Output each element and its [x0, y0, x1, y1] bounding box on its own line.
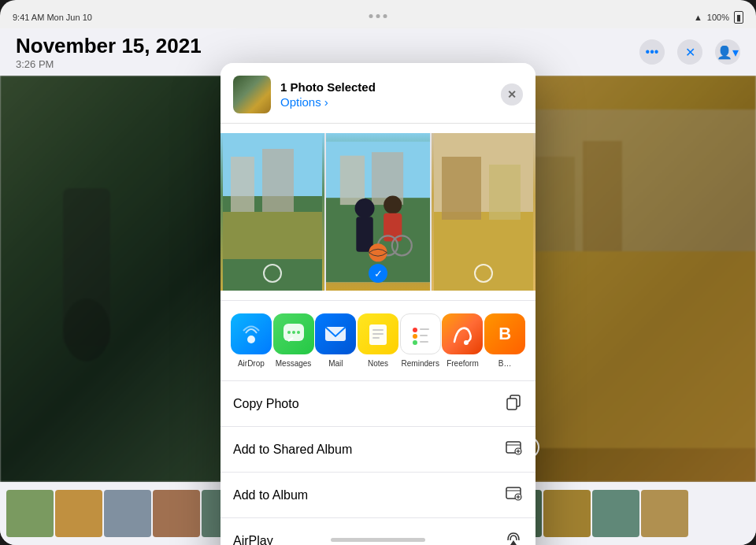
film-thumb-1[interactable] — [6, 490, 54, 537]
share-title: 1 Photo Selected — [280, 80, 491, 94]
battery-icon: ▮ — [734, 11, 743, 24]
film-thumb-4[interactable] — [153, 490, 200, 537]
svg-rect-35 — [340, 156, 365, 205]
svg-rect-57 — [372, 337, 380, 339]
messages-app-item[interactable]: Messages — [272, 313, 315, 368]
people-button[interactable]: 👤▾ — [715, 39, 740, 65]
svg-point-64 — [464, 340, 469, 345]
add-album-icon — [504, 484, 523, 506]
svg-point-37 — [355, 198, 375, 218]
svg-rect-30 — [231, 157, 254, 212]
airplay-icon — [504, 529, 523, 545]
share-sheet: 1 Photo Selected Options › ✕ — [220, 63, 536, 545]
reminders-app-item[interactable]: Reminders — [399, 313, 442, 368]
svg-rect-59 — [420, 328, 429, 330]
mail-app-item[interactable]: Mail — [314, 313, 357, 368]
photos-title-area: November 15, 2021 3:26 PM — [16, 34, 202, 70]
svg-rect-66 — [507, 399, 517, 410]
svg-point-50 — [287, 331, 291, 334]
status-bar: 9:41 AM Mon Jun 10 ▲ 100% ▮ — [0, 0, 756, 28]
mail-label: Mail — [328, 359, 343, 368]
add-shared-album-icon — [504, 438, 523, 461]
add-shared-album-action[interactable]: Add to Shared Album — [220, 427, 536, 473]
svg-point-62 — [413, 340, 417, 345]
strip-photo-center[interactable]: ✓ — [324, 133, 432, 291]
airdrop-app-item[interactable]: AirDrop — [230, 313, 272, 368]
svg-rect-36 — [372, 152, 403, 205]
svg-rect-63 — [420, 341, 428, 343]
strip-selection-center[interactable]: ✓ — [369, 264, 387, 283]
svg-point-52 — [297, 331, 300, 334]
copy-photo-action[interactable]: Copy Photo — [220, 381, 536, 427]
more-button[interactable]: ••• — [639, 39, 665, 65]
freeform-app-item[interactable]: Freeform — [442, 313, 484, 368]
battery-percentage: 100% — [707, 13, 729, 22]
status-left: 9:41 AM Mon Jun 10 — [13, 13, 92, 22]
film-thumb-14[interactable] — [641, 490, 688, 537]
share-header: 1 Photo Selected Options › ✕ — [220, 63, 536, 124]
airplay-label: AirPlay — [233, 534, 273, 546]
notes-label: Notes — [368, 359, 388, 368]
copy-photo-icon — [504, 392, 523, 415]
reminders-label: Reminders — [402, 359, 439, 368]
svg-rect-56 — [372, 333, 384, 335]
status-time: 9:41 AM Mon Jun 10 — [13, 13, 92, 22]
film-thumb-12[interactable] — [543, 490, 591, 537]
close-button[interactable]: ✕ — [677, 39, 702, 65]
freeform-label: Freeform — [447, 359, 479, 368]
copy-photo-label: Copy Photo — [233, 397, 299, 411]
svg-rect-38 — [356, 217, 372, 252]
film-thumb-3[interactable] — [104, 490, 151, 537]
add-album-action[interactable]: Add to Album — [220, 473, 536, 518]
add-shared-album-label: Add to Shared Album — [233, 443, 352, 457]
svg-point-58 — [413, 328, 417, 332]
svg-rect-61 — [420, 335, 428, 336]
options-label: Options — [280, 95, 321, 109]
close-icon: ✕ — [685, 45, 695, 60]
svg-rect-31 — [262, 149, 294, 212]
add-album-label: Add to Album — [233, 488, 308, 502]
photos-time-subtitle: 3:26 PM — [16, 58, 202, 70]
strip-photo-right[interactable] — [432, 133, 536, 291]
svg-point-60 — [413, 334, 417, 339]
svg-point-1 — [63, 298, 110, 361]
reminders-icon — [400, 313, 441, 354]
strip-selection-right[interactable] — [474, 264, 493, 283]
svg-rect-25 — [512, 251, 756, 448]
app-icons-row: AirDrop Messages — [220, 301, 536, 381]
share-title-area: 1 Photo Selected Options › — [280, 80, 491, 109]
share-thumbnail — [233, 76, 271, 113]
share-close-button[interactable]: ✕ — [501, 83, 523, 106]
svg-point-51 — [292, 331, 295, 334]
ipad-frame: 9:41 AM Mon Jun 10 ▲ 100% ▮ November 15,… — [0, 0, 756, 545]
notes-app-item[interactable]: Notes — [357, 313, 399, 368]
more-app-item[interactable]: B B… — [484, 313, 526, 368]
photos-date-title: November 15, 2021 — [16, 34, 202, 58]
bg-photo-left — [0, 76, 244, 482]
wifi-icon: ▲ — [694, 13, 702, 22]
svg-point-39 — [384, 195, 402, 213]
svg-rect-55 — [372, 329, 384, 331]
share-options-button[interactable]: Options › — [280, 95, 491, 109]
more-app-text: B… — [498, 359, 512, 368]
people-icon: 👤▾ — [717, 45, 739, 60]
film-thumb-2[interactable] — [55, 490, 102, 537]
svg-rect-47 — [489, 165, 521, 220]
film-thumb-13[interactable] — [592, 490, 639, 537]
freeform-icon — [442, 313, 483, 354]
notes-icon — [358, 313, 398, 354]
strip-selection-left[interactable] — [263, 264, 282, 283]
more-app-icon: B — [484, 313, 525, 354]
messages-icon — [273, 313, 314, 354]
strip-photo-left[interactable] — [220, 133, 324, 291]
action-list: Copy Photo Add to Shared Album — [220, 381, 536, 545]
svg-point-43 — [369, 243, 387, 261]
options-chevron-icon: › — [324, 95, 328, 109]
share-close-icon: ✕ — [507, 88, 517, 101]
bg-photo-right — [512, 76, 756, 482]
airdrop-icon — [231, 313, 272, 354]
svg-point-48 — [247, 336, 255, 343]
svg-rect-27 — [583, 141, 622, 251]
more-icon: ••• — [646, 45, 659, 59]
status-right: ▲ 100% ▮ — [694, 11, 743, 24]
